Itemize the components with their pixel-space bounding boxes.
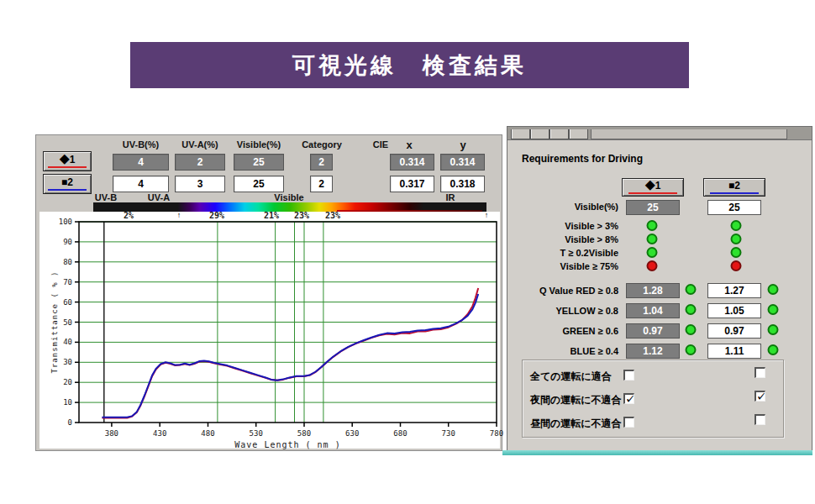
svg-text:90: 90 (63, 238, 72, 246)
q-value-label: YELLOW ≥ 0.8 (513, 306, 618, 316)
series1-underline (48, 166, 87, 168)
uva-value-2: 3 (175, 176, 225, 192)
driving-series1-button[interactable]: ◆1 (622, 178, 684, 197)
toolbar-bar (591, 129, 787, 139)
spectrum-label-visible: Visible (274, 192, 303, 202)
status-dot (647, 220, 658, 231)
q-value-1: 1.04 (626, 303, 680, 318)
status-dot (768, 324, 779, 335)
requirements-heading: Requirements for Driving (522, 153, 643, 165)
status-dot (686, 324, 697, 335)
series2-label: ■2 (61, 177, 73, 187)
status-dot (731, 247, 742, 258)
cie-x-value-2: 0.317 (390, 176, 434, 192)
cie-x-value-1: 0.314 (390, 154, 434, 171)
status-dot (768, 304, 779, 315)
toolbar-button[interactable] (549, 129, 569, 139)
criterion-label: Visible ≥ 75% (516, 261, 618, 271)
toolbar-button[interactable] (511, 129, 530, 139)
svg-text:380: 380 (105, 429, 118, 438)
check-label: 夜間の運転に不適合 (530, 393, 622, 407)
driving-series2-underline (710, 192, 759, 194)
transmittance-chart: 3804304805305806306807307800102030405060… (47, 215, 503, 452)
q-value-label: BLUE ≥ 0.4 (513, 346, 618, 356)
svg-text:40: 40 (63, 338, 72, 346)
category-value-1: 2 (310, 154, 333, 171)
svg-text:100: 100 (59, 218, 72, 226)
checkbox-night-unsuitable-2[interactable]: ✓ (755, 391, 765, 402)
cie-y-value-2: 0.318 (440, 176, 485, 192)
svg-text:580: 580 (297, 429, 311, 438)
status-dot (731, 260, 742, 271)
visible-value-2: 25 (234, 176, 284, 192)
q-value-2: 1.11 (707, 344, 761, 359)
driving-series1-label: ◆1 (645, 181, 661, 191)
criterion-label: T ≥ 0.2Visible (516, 248, 618, 258)
svg-text:530: 530 (250, 429, 263, 438)
checkbox-night-unsuitable-1[interactable]: ✓ (623, 393, 634, 404)
col-header-uvb: UV-B(%) (113, 139, 169, 150)
visible-pct-value-1: 25 (626, 200, 680, 215)
title-banner: 可視光線 検査結果 (130, 42, 689, 88)
col-header-x: x (397, 139, 421, 151)
svg-text:430: 430 (153, 429, 166, 438)
col-header-visible: Visible(%) (234, 139, 284, 150)
status-dot (686, 304, 697, 315)
col-header-uva: UV-A(%) (175, 139, 225, 150)
svg-text:Transmittance ( % ): Transmittance ( % ) (50, 271, 59, 374)
q-value-2: 1.27 (707, 283, 761, 298)
svg-text:20: 20 (63, 378, 72, 386)
toolbar-button[interactable] (530, 129, 549, 139)
col-header-cie: CIE (368, 139, 393, 150)
status-dot (686, 344, 697, 355)
toolbar-button[interactable] (569, 129, 588, 139)
cie-y-value-1: 0.314 (440, 154, 485, 171)
series1-button[interactable]: ◆1 (43, 151, 92, 171)
q-value-1: 0.97 (626, 323, 680, 339)
spectrum-label-uva: UV-A (148, 192, 170, 202)
status-dot (768, 284, 779, 295)
uvb-value-1: 4 (113, 154, 169, 171)
svg-text:60: 60 (63, 298, 72, 307)
visible-value-1: 25 (234, 154, 284, 171)
status-dot (768, 344, 779, 355)
uvb-value-2: 4 (113, 176, 169, 192)
toolbar (507, 127, 812, 140)
criterion-label: Visible > 8% (516, 234, 618, 244)
svg-text:730: 730 (442, 429, 455, 438)
q-value-2: 1.05 (707, 303, 761, 318)
status-dot (731, 234, 742, 244)
checkbox-day-unsuitable-2[interactable] (755, 414, 765, 425)
svg-text:0: 0 (68, 418, 72, 427)
checkbox-all-driving-2[interactable] (755, 367, 765, 378)
checkbox-all-driving-1[interactable] (623, 370, 634, 381)
checkbox-day-unsuitable-1[interactable] (623, 417, 634, 428)
svg-text:70: 70 (63, 278, 72, 286)
q-value-label: Q Value RED ≥ 0.8 (513, 286, 618, 296)
q-value-label: GREEN ≥ 0.6 (513, 326, 618, 336)
spectrum-label-uvb: UV-B (95, 192, 117, 202)
q-value-2: 0.97 (707, 323, 761, 339)
criterion-label: Visible > 3% (516, 221, 618, 231)
svg-text:780: 780 (490, 429, 503, 438)
status-dot (647, 260, 658, 271)
svg-text:10: 10 (63, 398, 72, 407)
series2-button[interactable]: ■2 (43, 174, 92, 194)
q-value-1: 1.12 (626, 344, 680, 359)
status-dot (647, 247, 658, 258)
driving-panel: Requirements for Driving ◆1 ■2 Visible(%… (507, 126, 812, 451)
visible-pct-label: Visible(%) (516, 202, 618, 212)
series2-underline (48, 189, 87, 191)
page-title: 可視光線 検査結果 (292, 50, 527, 81)
visible-pct-value-2: 25 (707, 200, 761, 215)
check-label: 全ての運転に適合 (530, 370, 612, 384)
series1-label: ◆1 (60, 155, 76, 165)
status-dot (686, 284, 697, 295)
svg-text:50: 50 (63, 318, 72, 327)
driving-series2-button[interactable]: ■2 (703, 178, 765, 197)
svg-text:480: 480 (201, 429, 214, 438)
status-dot (731, 220, 742, 231)
spectrum-bar (93, 202, 486, 212)
col-header-y: y (451, 139, 475, 151)
svg-text:30: 30 (63, 358, 72, 366)
